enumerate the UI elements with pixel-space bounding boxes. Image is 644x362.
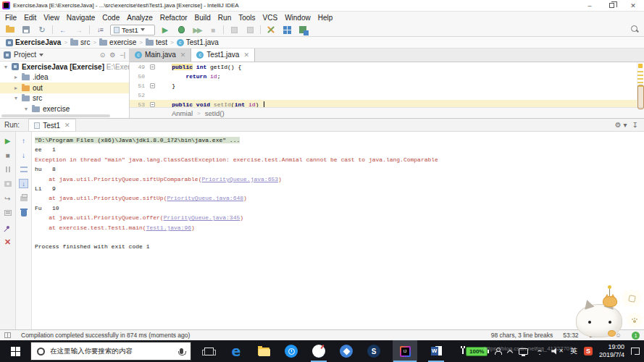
close-run-icon[interactable]: ✕ [2,237,14,247]
menu-item-analyze[interactable]: Analyze [123,14,156,22]
action-center-icon[interactable] [631,348,640,355]
back-icon[interactable]: ← [57,25,69,35]
breadcrumb-item[interactable]: test [146,38,167,46]
caret-position[interactable]: 53:32 [563,332,578,339]
taskbar-app-edge-browser[interactable]: e [227,340,245,362]
project-panel-title[interactable]: Project [14,51,36,59]
taskbar-app-diamond-app[interactable] [338,340,355,362]
battery-indicator[interactable]: 100% [462,347,488,356]
project-structure-icon[interactable] [281,25,293,35]
print-icon[interactable] [18,193,30,203]
menu-item-window[interactable]: Window [281,14,314,22]
tree-row-src[interactable]: ▾src [0,93,129,104]
line-ending[interactable]: CRLF [589,332,605,339]
menu-item-view[interactable]: View [40,14,63,22]
notification-badge[interactable]: 1 [632,332,640,340]
people-icon[interactable] [494,348,501,355]
chevron-right-icon[interactable]: ▸ [13,85,19,91]
editor-line[interactable]: 51 } [130,81,644,90]
chevron-down-icon[interactable]: ▾ [3,64,9,70]
editor-line[interactable]: 49 public int getId() { [130,62,644,72]
hidden-icons-chevron[interactable] [507,349,513,355]
menu-item-vcs[interactable]: VCS [259,14,282,22]
tree-row-out[interactable]: ▸out [0,83,129,93]
volume-muted-icon[interactable]: ✕ [551,348,564,355]
taskbar-app-clock-app[interactable] [283,340,300,362]
ime-indicator[interactable]: 英 [570,346,577,356]
editor-breadcrumb-item[interactable]: Anmial [172,109,193,117]
wifi-icon[interactable] [535,348,545,355]
down-stack-trace-icon[interactable]: ↓ [18,150,30,160]
close-icon[interactable]: ✕ [64,122,70,129]
run-button[interactable]: ▶ [159,25,171,35]
menu-item-navigate[interactable]: Navigate [63,14,99,22]
taskbar-app-file-explorer[interactable] [255,340,272,362]
close-icon[interactable]: ✕ [180,51,186,59]
tree-row-ExerciseJava[interactable]: ▾ExerciseJava [Exercise] E:\ExerciseJava [0,62,129,72]
editor-line[interactable]: 50 return id; [130,72,644,81]
menu-item-code[interactable]: Code [99,14,123,22]
taskbar-search[interactable]: 在这里输入你要搜索的内容 [30,342,191,361]
menu-item-edit[interactable]: Edit [20,14,40,22]
scroll-to-end-icon[interactable]: ↓ [19,179,28,188]
fold-icon[interactable] [150,102,155,107]
stack-trace-link[interactable]: PriorityQueue.java:345 [164,214,241,221]
search-everywhere-icon[interactable] [631,25,640,34]
locate-file-icon[interactable]: ⊙ [100,51,106,59]
horizontal-scrollbar[interactable] [1,114,110,117]
tool-window-toggle-icon[interactable] [4,332,11,338]
run-configuration-select[interactable]: Test1 [110,25,155,35]
editor-tab-Mainjava[interactable]: cMain.java✕ [130,49,191,62]
editor-line[interactable]: 53 public void setId(int id) [130,100,644,107]
hide-windows-icon[interactable]: ↓≡ [94,25,106,35]
save-icon[interactable] [20,25,32,35]
taskbar-app-s-app[interactable]: S [365,340,382,362]
taskbar-clock[interactable]: 19:00 2019/7/4 [599,343,624,359]
microphone-icon[interactable] [180,348,183,354]
editor-scrollbar[interactable] [637,62,644,107]
breadcrumb-item[interactable]: src [70,38,90,46]
close-button[interactable]: ✕ [622,0,644,11]
breadcrumb-item[interactable]: cTest1.java [177,38,219,46]
hide-tool-window-icon[interactable]: ↧ [632,121,638,129]
tree-row-exercise[interactable]: ▾exercise [0,104,129,114]
restore-button[interactable] [601,0,622,11]
menu-item-file[interactable]: File [1,14,20,22]
chevron-right-icon[interactable]: ▸ [13,74,19,80]
taskbar-app-task-view[interactable] [200,340,217,362]
editor-tab-Test1java[interactable]: cTest1.java✕ [191,49,255,62]
clear-console-icon[interactable] [18,207,30,217]
rerun-button[interactable]: ▶ [2,135,14,146]
fold-icon[interactable] [150,64,155,70]
menu-item-tools[interactable]: Tools [235,14,259,22]
close-icon[interactable]: ✕ [243,51,249,59]
settings-icon[interactable] [265,25,277,35]
start-button[interactable] [0,340,30,362]
scrollbar-thumb[interactable] [637,85,644,109]
menu-item-build[interactable]: Build [191,14,214,22]
menu-item-run[interactable]: Run [214,14,235,22]
taskbar-app-drawing-app[interactable] [310,340,327,362]
tree-row-idea[interactable]: ▸.idea [0,72,129,83]
up-stack-trace-icon[interactable]: ↑ [18,135,30,146]
pin-tab-icon[interactable] [2,222,14,232]
taskbar-app-word[interactable]: W [427,340,445,362]
debug-button[interactable] [175,25,187,35]
breadcrumb-item[interactable]: ExerciseJava [6,38,61,46]
open-icon[interactable] [4,25,16,35]
sync-icon[interactable]: ↻ [36,25,48,35]
menu-item-refactor[interactable]: Refactor [156,14,191,22]
soft-wrap-icon[interactable] [18,164,30,174]
taskbar-app-intellij-idea[interactable] [393,340,417,362]
breadcrumb-item[interactable]: exercise [99,38,136,46]
console-settings-icon[interactable] [2,208,14,218]
maven-icon[interactable] [297,25,309,35]
minimize-button[interactable]: – [579,0,601,11]
editor-body[interactable]: 49 public int getId() {50 return id;51 }… [130,62,644,107]
run-tab[interactable]: Test1 ✕ [28,119,75,131]
chevron-down-icon[interactable]: ▾ [23,106,29,112]
gear-icon[interactable]: ⚙ [109,51,115,59]
editor-line[interactable]: 52 [130,90,644,100]
menu-item-help[interactable]: Help [314,14,337,22]
stack-trace-link[interactable]: PriorityQueue.java:648 [167,195,243,201]
